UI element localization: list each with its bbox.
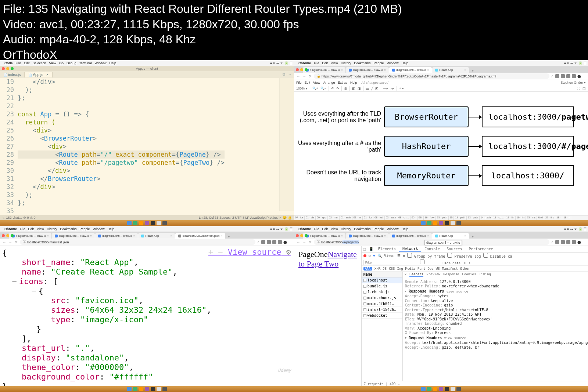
browser-tab[interactable]: React App× <box>138 233 175 239</box>
dock-app-icon[interactable] <box>421 221 426 225</box>
response-headers-section[interactable]: Response Headersview source <box>405 289 588 293</box>
filter-js[interactable]: JS <box>383 267 387 271</box>
extension-icon[interactable] <box>555 240 559 244</box>
extension-icon[interactable] <box>566 240 570 244</box>
minimap[interactable] <box>279 78 294 211</box>
filter-input[interactable] <box>363 260 400 265</box>
insert-icon[interactable]: + ▾ <box>399 87 404 90</box>
profile-icon[interactable]: ⬤ <box>283 240 287 244</box>
undo-icon[interactable]: ↶ <box>331 87 334 90</box>
network-request[interactable]: info?t=15426… <box>362 307 402 313</box>
devtools-tab-performance[interactable]: Performance <box>466 246 496 252</box>
view-source-link[interactable]: + − View source ⚙ <box>208 247 291 257</box>
dock-app-icon[interactable] <box>157 387 161 391</box>
profile-icon[interactable]: ⬤ <box>577 75 581 78</box>
filter-xhr[interactable]: XHR <box>374 267 380 271</box>
dock-app-icon[interactable] <box>445 387 449 391</box>
back-button[interactable]: ← <box>2 240 7 244</box>
dock-app-icon[interactable] <box>421 387 426 391</box>
filter-img[interactable]: Img <box>397 267 403 271</box>
detail-tab-headers[interactable]: Headers <box>409 272 423 277</box>
dock-app-icon[interactable] <box>145 221 149 225</box>
maximize-icon[interactable] <box>11 67 14 70</box>
request-headers-section[interactable]: Request Headersview source <box>405 336 588 340</box>
minimize-icon[interactable] <box>6 67 9 70</box>
expand-collapse-icons[interactable]: + − <box>208 247 228 257</box>
browser-tab[interactable]: diagrams.xml – draw.io× <box>346 233 388 239</box>
back-button[interactable]: ← <box>296 240 301 244</box>
more-icon[interactable]: ⋯ <box>287 72 291 77</box>
waypoint-icon[interactable]: ⌐▸ <box>391 87 394 90</box>
dock-app-icon[interactable] <box>133 221 137 225</box>
zoom-in-icon[interactable]: 🔍+ <box>312 87 318 90</box>
example-url-box[interactable]: localhost:3000/pagetwo <box>482 106 574 127</box>
devtools-tab-sources[interactable]: Sources <box>443 246 465 252</box>
dock-app-icon[interactable] <box>427 387 431 391</box>
dock-app-icon[interactable] <box>439 221 443 225</box>
view-frame-icon[interactable]: ▦ <box>403 254 405 258</box>
drawio-menu-extras[interactable]: Extras <box>338 81 347 84</box>
menu-help[interactable]: Help <box>401 227 408 231</box>
new-tab-button[interactable]: + <box>469 69 476 73</box>
star-icon[interactable]: ☆ <box>551 75 554 78</box>
new-tab-button[interactable]: + <box>469 235 476 239</box>
redo-icon[interactable]: ↷ <box>336 87 339 90</box>
menu-icon[interactable]: ⋮ <box>582 75 586 78</box>
mac-dock[interactable] <box>294 386 588 392</box>
tab-index-js[interactable]: index.js <box>0 72 25 77</box>
browser-tab-active[interactable]: diagrams.xml – draw.io× <box>389 67 432 73</box>
filter-css[interactable]: CSS <box>389 267 395 271</box>
drawio-menu-edit[interactable]: Edit <box>305 81 311 84</box>
menu-view[interactable]: View <box>331 227 338 231</box>
zoom-level[interactable]: 100% ▾ <box>296 87 308 90</box>
browser-tab[interactable]: React App× <box>432 67 469 73</box>
toback-icon[interactable]: ◨ <box>358 87 361 90</box>
devtools-tab-console[interactable]: Console <box>421 246 443 252</box>
close-icon[interactable] <box>296 234 299 237</box>
example-url-box[interactable]: localhost:3000/ <box>482 165 574 186</box>
filter-font[interactable]: Font <box>417 267 426 271</box>
network-request[interactable]: websocket <box>362 313 402 319</box>
reload-button[interactable]: ⟳ <box>14 240 18 244</box>
dock-app-icon[interactable] <box>451 221 455 225</box>
forward-button[interactable]: → <box>302 75 306 78</box>
back-button[interactable]: ← <box>296 75 301 78</box>
browser-tab[interactable]: diagrams.xml – draw.io× <box>52 233 94 239</box>
browser-tab[interactable]: diagrams.xml – draw.io× <box>95 233 138 239</box>
router-box-browser[interactable]: BrowserRouter <box>384 106 469 127</box>
extension-icon[interactable] <box>572 240 576 244</box>
drawio-user[interactable]: Stephen Grider ▾ <box>560 81 586 84</box>
filter-manifest[interactable]: Manifest <box>442 267 458 271</box>
browser-tab-active[interactable]: localhost:3000/manifest.json× <box>175 233 225 239</box>
extension-icon[interactable] <box>267 240 271 244</box>
search-icon[interactable]: 🔍 <box>377 254 382 258</box>
shadow-icon[interactable]: ◩ <box>375 87 379 90</box>
dock-app-icon[interactable] <box>151 387 155 391</box>
drawio-menu-file[interactable]: File <box>296 81 302 84</box>
dock-app-icon[interactable] <box>145 387 149 391</box>
dock-app-icon[interactable] <box>433 221 437 225</box>
menu-window[interactable]: Window <box>387 227 398 231</box>
reload-button[interactable]: ⟳ <box>308 240 312 244</box>
detail-close[interactable]: × <box>405 272 406 277</box>
tofront-icon[interactable]: ◧ <box>352 87 355 90</box>
dock-app-icon[interactable] <box>456 221 461 225</box>
forward-button[interactable]: → <box>302 240 306 244</box>
menu-people[interactable]: People <box>79 227 90 231</box>
detail-tab-response[interactable]: Response <box>443 272 459 277</box>
menu-file[interactable]: File <box>20 227 25 231</box>
maximize-icon[interactable] <box>11 234 14 237</box>
extension-icon[interactable] <box>272 240 276 244</box>
address-bar[interactable]: ⓘlocalhost:3000/manifest.json <box>20 239 255 245</box>
maximize-icon[interactable] <box>305 234 308 237</box>
network-request[interactable]: main.chunk.js <box>362 295 402 301</box>
filter-ws[interactable]: WS <box>436 267 440 271</box>
menu-edit[interactable]: Edit <box>322 227 328 231</box>
close-icon[interactable] <box>2 67 5 70</box>
fill-icon[interactable]: ▬ <box>366 87 369 90</box>
menu-view[interactable]: View <box>37 227 44 231</box>
browser-tab[interactable]: diagrams.xml – draw.io× <box>346 67 388 73</box>
network-request[interactable]: localhost <box>362 277 402 283</box>
filter-toggle-icon[interactable]: ▼ <box>373 254 375 258</box>
devtools-tab-elements[interactable]: Elements <box>375 246 399 252</box>
